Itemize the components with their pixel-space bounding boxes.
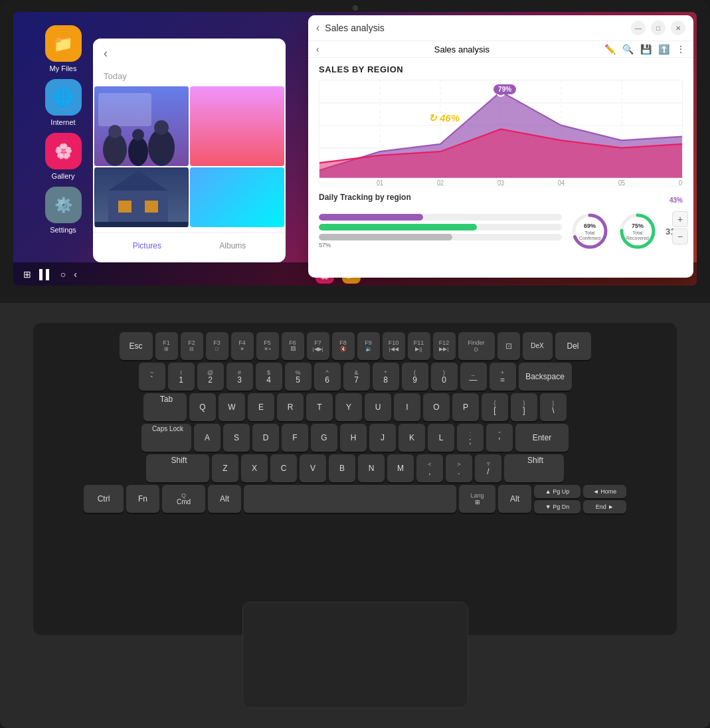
share-icon[interactable]: ⬆️ <box>658 44 669 54</box>
key-backslash[interactable]: |\ <box>540 393 567 421</box>
key-u[interactable]: U <box>365 393 391 421</box>
key-screen[interactable]: ⊡ <box>497 332 520 360</box>
key-dex[interactable]: DeX <box>523 332 553 360</box>
key-lang[interactable]: Lang⊞ <box>459 485 495 513</box>
key-o[interactable]: O <box>423 393 450 421</box>
sales-back-button[interactable]: ‹ <box>316 22 319 34</box>
key-f4[interactable]: F4☀ <box>231 332 254 360</box>
key-f[interactable]: F <box>282 424 308 452</box>
key-period[interactable]: >. <box>446 454 472 482</box>
key-6[interactable]: ^6 <box>314 363 341 391</box>
more-icon[interactable]: ⋮ <box>676 44 685 54</box>
sidebar-item-gallery[interactable]: 🌸 Gallery <box>42 133 85 180</box>
key-h[interactable]: H <box>340 424 367 452</box>
gallery-img-1[interactable] <box>94 86 189 166</box>
key-v[interactable]: V <box>300 454 326 482</box>
key-s[interactable]: S <box>223 424 250 452</box>
key-comma[interactable]: <, <box>416 454 443 482</box>
sidebar-item-settings[interactable]: ⚙️ Settings <box>42 187 85 234</box>
key-f7[interactable]: F7|◀▶| <box>307 332 329 360</box>
key-5[interactable]: %5 <box>285 363 311 391</box>
key-pgup[interactable]: ▲ Pg Up <box>534 485 580 498</box>
key-x[interactable]: X <box>241 454 268 482</box>
key-esc[interactable]: Esc <box>120 332 153 360</box>
key-f6[interactable]: F6🖼 <box>282 332 304 360</box>
key-backspace[interactable]: Backspace <box>519 363 572 391</box>
key-tab[interactable]: Tab <box>143 393 187 421</box>
key-end[interactable]: End ► <box>583 500 626 513</box>
key-minus[interactable]: _— <box>460 363 487 391</box>
key-0[interactable]: )0 <box>431 363 458 391</box>
key-semicolon[interactable]: :; <box>457 424 484 452</box>
key-alt-right[interactable]: Alt <box>498 485 531 513</box>
key-i[interactable]: I <box>394 393 420 421</box>
key-7[interactable]: &7 <box>343 363 370 391</box>
key-alt-left[interactable]: Alt <box>208 485 241 513</box>
zoom-out-button[interactable]: − <box>672 228 688 244</box>
sidebar-item-my-files[interactable]: 📁 My Files <box>42 25 85 72</box>
maximize-button[interactable]: □ <box>651 21 666 35</box>
key-fn[interactable]: Fn <box>126 485 159 513</box>
key-1[interactable]: !1 <box>168 363 195 391</box>
key-f2[interactable]: F2⊟ <box>181 332 203 360</box>
key-n[interactable]: N <box>358 454 385 482</box>
close-button[interactable]: ✕ <box>671 21 685 35</box>
key-4[interactable]: $4 <box>256 363 282 391</box>
key-quote[interactable]: "' <box>486 424 513 452</box>
zoom-in-button[interactable]: + <box>672 211 688 227</box>
key-rbracket[interactable]: }] <box>511 393 537 421</box>
search-icon[interactable]: 🔍 <box>622 44 634 54</box>
key-3[interactable]: #3 <box>226 363 253 391</box>
key-equals[interactable]: += <box>489 363 516 391</box>
key-f10[interactable]: F10|◀◀ <box>383 332 405 360</box>
key-f11[interactable]: F11▶|| <box>408 332 430 360</box>
key-c[interactable]: C <box>270 454 297 482</box>
key-g[interactable]: G <box>311 424 337 452</box>
key-m[interactable]: M <box>387 454 414 482</box>
save-icon[interactable]: 💾 <box>640 44 652 54</box>
key-enter[interactable]: Enter <box>515 424 569 452</box>
key-del[interactable]: Del <box>555 332 591 360</box>
key-f1[interactable]: F1⊞ <box>155 332 178 360</box>
key-f12[interactable]: F12▶▶| <box>433 332 456 360</box>
key-f8[interactable]: F8🔇 <box>332 332 355 360</box>
key-b[interactable]: B <box>329 454 355 482</box>
key-q[interactable]: Q <box>189 393 216 421</box>
gallery-img-4[interactable] <box>190 167 284 227</box>
key-cmd[interactable]: QCmd <box>162 485 205 513</box>
key-8[interactable]: *8 <box>373 363 399 391</box>
key-caps-lock[interactable]: Caps Lock <box>141 424 191 452</box>
key-f9[interactable]: F9🔉 <box>357 332 380 360</box>
key-f3[interactable]: F3□ <box>206 332 228 360</box>
key-backtick[interactable]: ~` <box>139 363 165 391</box>
key-shift-right[interactable]: Shift <box>504 454 564 482</box>
sales-back2[interactable]: ‹ <box>316 44 319 54</box>
key-a[interactable]: A <box>194 424 221 452</box>
minimize-button[interactable]: — <box>631 21 646 35</box>
gallery-back-button[interactable]: ‹ <box>104 46 108 60</box>
key-f5[interactable]: F5☀+ <box>256 332 279 360</box>
key-2[interactable]: @2 <box>197 363 224 391</box>
key-k[interactable]: K <box>399 424 425 452</box>
key-lbracket[interactable]: {[ <box>482 393 508 421</box>
key-9[interactable]: (9 <box>402 363 428 391</box>
gallery-footer-albums[interactable]: Albums <box>219 241 246 250</box>
gallery-footer-pictures[interactable]: Pictures <box>133 241 161 250</box>
key-w[interactable]: W <box>219 393 245 421</box>
key-ctrl[interactable]: Ctrl <box>84 485 124 513</box>
key-l[interactable]: L <box>428 424 454 452</box>
key-shift-left[interactable]: Shift <box>146 454 209 482</box>
key-j[interactable]: J <box>369 424 396 452</box>
key-pgdn[interactable]: ▼ Pg Dn <box>534 500 580 513</box>
key-space[interactable] <box>244 485 456 513</box>
sidebar-item-internet[interactable]: 🌐 Internet <box>42 79 85 126</box>
key-y[interactable]: Y <box>335 393 362 421</box>
key-r[interactable]: R <box>277 393 304 421</box>
key-slash[interactable]: ?/ <box>475 454 501 482</box>
pen-icon[interactable]: ✏️ <box>604 44 616 54</box>
key-home[interactable]: ◄ Home <box>583 485 626 498</box>
key-t[interactable]: T <box>306 393 333 421</box>
key-finder[interactable]: Finder⊙ <box>458 332 495 360</box>
key-e[interactable]: E <box>248 393 274 421</box>
gallery-img-2[interactable] <box>190 86 284 166</box>
